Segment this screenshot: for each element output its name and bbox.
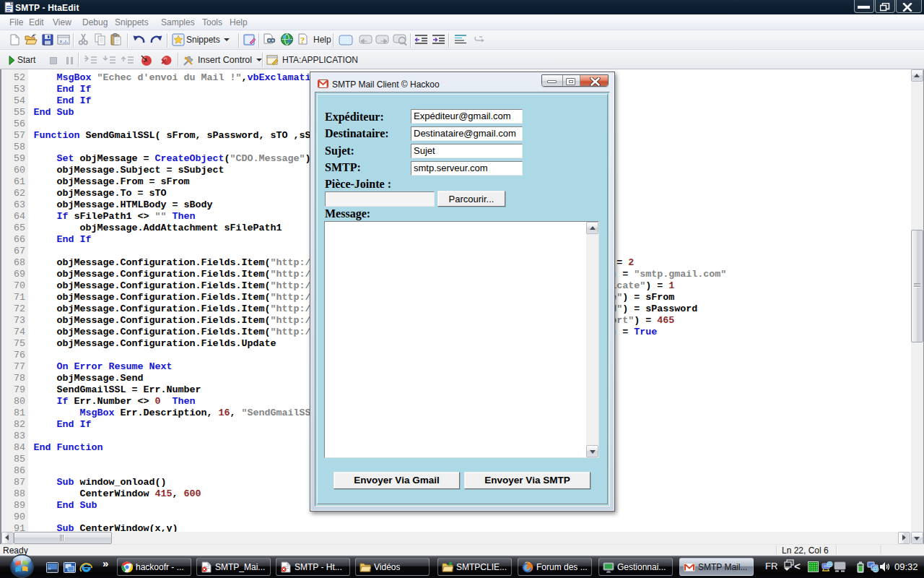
svg-text:?: ? — [300, 35, 305, 46]
